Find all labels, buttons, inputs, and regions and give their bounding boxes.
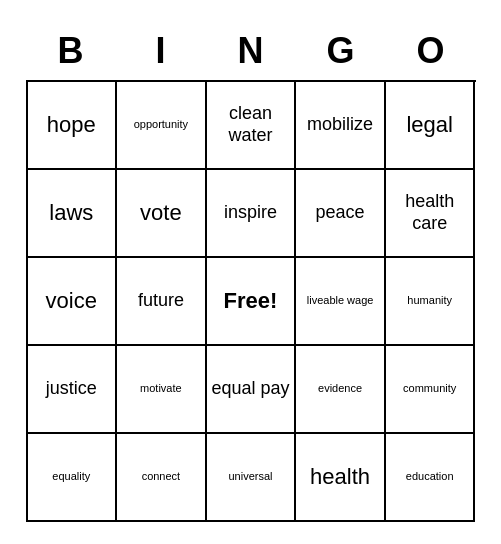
bingo-cell[interactable]: evidence	[296, 346, 386, 434]
bingo-cell[interactable]: universal	[207, 434, 297, 522]
bingo-cell[interactable]: clean water	[207, 82, 297, 170]
bingo-cell[interactable]: legal	[386, 82, 476, 170]
bingo-cell[interactable]: liveable wage	[296, 258, 386, 346]
bingo-cell[interactable]: health	[296, 434, 386, 522]
bingo-cell[interactable]: connect	[117, 434, 207, 522]
cell-text: education	[406, 470, 454, 483]
cell-text: liveable wage	[307, 294, 374, 307]
header-letter: I	[116, 22, 206, 80]
bingo-cell[interactable]: inspire	[207, 170, 297, 258]
cell-text: universal	[228, 470, 272, 483]
cell-text: connect	[142, 470, 181, 483]
cell-text: humanity	[407, 294, 452, 307]
bingo-cell[interactable]: mobilize	[296, 82, 386, 170]
bingo-cell[interactable]: community	[386, 346, 476, 434]
cell-text: clean water	[211, 103, 291, 146]
cell-text: future	[138, 290, 184, 312]
cell-text: inspire	[224, 202, 277, 224]
bingo-cell[interactable]: humanity	[386, 258, 476, 346]
bingo-card: BINGO hopeopportunityclean watermobilize…	[16, 12, 486, 532]
cell-text: motivate	[140, 382, 182, 395]
bingo-cell[interactable]: health care	[386, 170, 476, 258]
bingo-cell[interactable]: equal pay	[207, 346, 297, 434]
bingo-cell[interactable]: Free!	[207, 258, 297, 346]
header-letter: N	[206, 22, 296, 80]
bingo-cell[interactable]: vote	[117, 170, 207, 258]
bingo-cell[interactable]: justice	[28, 346, 118, 434]
cell-text: hope	[47, 112, 96, 138]
cell-text: health	[310, 464, 370, 490]
bingo-cell[interactable]: hope	[28, 82, 118, 170]
cell-text: voice	[46, 288, 97, 314]
bingo-cell[interactable]: opportunity	[117, 82, 207, 170]
cell-text: legal	[406, 112, 452, 138]
cell-text: laws	[49, 200, 93, 226]
bingo-cell[interactable]: motivate	[117, 346, 207, 434]
cell-text: equality	[52, 470, 90, 483]
cell-text: community	[403, 382, 456, 395]
bingo-cell[interactable]: voice	[28, 258, 118, 346]
cell-text: vote	[140, 200, 182, 226]
header-letter: O	[386, 22, 476, 80]
cell-text: opportunity	[134, 118, 188, 131]
cell-text: equal pay	[211, 378, 289, 400]
bingo-grid: hopeopportunityclean watermobilizelegall…	[26, 80, 476, 522]
bingo-cell[interactable]: peace	[296, 170, 386, 258]
bingo-cell[interactable]: education	[386, 434, 476, 522]
bingo-cell[interactable]: equality	[28, 434, 118, 522]
cell-text: mobilize	[307, 114, 373, 136]
cell-text: Free!	[224, 288, 278, 314]
header-letter: B	[26, 22, 116, 80]
cell-text: peace	[316, 202, 365, 224]
bingo-cell[interactable]: laws	[28, 170, 118, 258]
cell-text: evidence	[318, 382, 362, 395]
cell-text: justice	[46, 378, 97, 400]
header-letter: G	[296, 22, 386, 80]
bingo-cell[interactable]: future	[117, 258, 207, 346]
cell-text: health care	[390, 191, 470, 234]
bingo-header: BINGO	[26, 22, 476, 80]
